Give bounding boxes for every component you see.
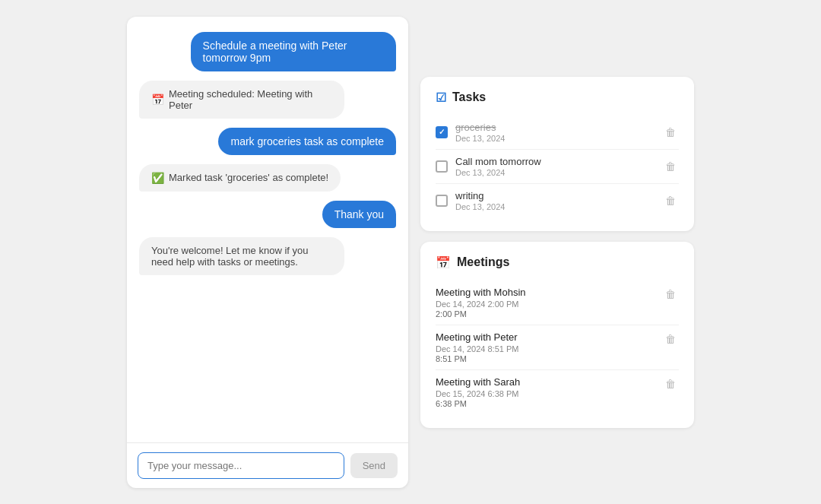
message-text: Meeting scheduled: Meeting with Peter [169,88,332,111]
meeting-info: Meeting with PeterDec 14, 2024 8:51 PM8:… [436,331,655,363]
meeting-title: Meeting with Sarah [436,376,655,388]
meeting-time: 6:38 PM [436,399,655,408]
chat-message-system: You're welcome! Let me know if you need … [139,237,344,275]
meeting-info: Meeting with SarahDec 15, 2024 6:38 PM6:… [436,376,655,408]
task-info: groceriesDec 13, 2024 [455,122,655,143]
chat-input-area: Send [127,442,408,488]
meeting-delete-button[interactable]: 🗑 [662,331,679,347]
tasks-panel: ☑ Tasks groceriesDec 13, 2024🗑Call mom t… [420,77,694,231]
task-date: Dec 13, 2024 [455,168,655,177]
task-delete-button[interactable]: 🗑 [662,159,679,174]
task-item: writingDec 13, 2024🗑 [436,184,679,217]
task-name: Call mom tomorrow [455,156,655,167]
meeting-delete-button[interactable]: 🗑 [662,287,679,302]
chat-message-user: Thank you [322,201,396,228]
task-delete-button[interactable]: 🗑 [662,193,679,208]
chat-message-system: 📅Meeting scheduled: Meeting with Peter [139,81,344,119]
meetings-header: 📅 Meetings [436,255,679,270]
meeting-delete-button[interactable]: 🗑 [662,376,679,391]
meeting-time: 2:00 PM [436,309,655,319]
meeting-datetime: Dec 14, 2024 2:00 PM [436,300,655,309]
meeting-time: 8:51 PM [436,354,655,363]
task-date: Dec 13, 2024 [455,134,655,143]
send-button[interactable]: Send [350,453,398,478]
meetings-title: Meetings [457,255,509,269]
chat-panel: Schedule a meeting with Peter tomorrow 9… [127,17,408,488]
chat-message-user: mark groceries task as complete [218,128,396,155]
meeting-title: Meeting with Peter [436,331,655,343]
meeting-datetime: Dec 14, 2024 8:51 PM [436,344,655,353]
meeting-info: Meeting with MohsinDec 14, 2024 2:00 PM2… [436,287,655,319]
meeting-item: Meeting with PeterDec 14, 2024 8:51 PM8:… [436,325,679,370]
task-item: Call mom tomorrowDec 13, 2024🗑 [436,150,679,184]
task-checkbox[interactable] [436,160,448,173]
right-column: ☑ Tasks groceriesDec 13, 2024🗑Call mom t… [420,77,694,428]
message-text: You're welcome! Let me know if you need … [151,245,332,268]
message-icon: ✅ [151,172,164,184]
task-name: writing [455,190,655,201]
task-checkbox[interactable] [436,195,448,207]
tasks-title: Tasks [452,90,486,104]
task-item: groceriesDec 13, 2024🗑 [436,116,679,150]
meeting-datetime: Dec 15, 2024 6:38 PM [436,389,655,398]
message-text: Marked task 'groceries' as complete! [169,172,328,183]
tasks-header: ☑ Tasks [436,90,679,105]
task-delete-button[interactable]: 🗑 [662,125,679,140]
tasks-list: groceriesDec 13, 2024🗑Call mom tomorrowD… [436,116,679,217]
meetings-list: Meeting with MohsinDec 14, 2024 2:00 PM2… [436,281,679,414]
chat-input[interactable] [138,452,344,479]
chat-messages: Schedule a meeting with Peter tomorrow 9… [127,17,408,442]
meeting-item: Meeting with MohsinDec 14, 2024 2:00 PM2… [436,281,679,325]
chat-message-system: ✅Marked task 'groceries' as complete! [139,164,341,192]
task-info: writingDec 13, 2024 [455,190,655,211]
meetings-icon: 📅 [436,255,451,270]
meeting-item: Meeting with SarahDec 15, 2024 6:38 PM6:… [436,370,679,414]
chat-message-user: Schedule a meeting with Peter tomorrow 9… [191,32,396,71]
message-icon: 📅 [151,94,164,106]
task-info: Call mom tomorrowDec 13, 2024 [455,156,655,177]
meetings-panel: 📅 Meetings Meeting with MohsinDec 14, 20… [420,242,694,428]
task-date: Dec 13, 2024 [455,202,655,211]
task-checkbox[interactable] [436,126,448,138]
task-name: groceries [455,122,655,133]
meeting-title: Meeting with Mohsin [436,287,655,298]
tasks-icon: ☑ [436,90,446,105]
